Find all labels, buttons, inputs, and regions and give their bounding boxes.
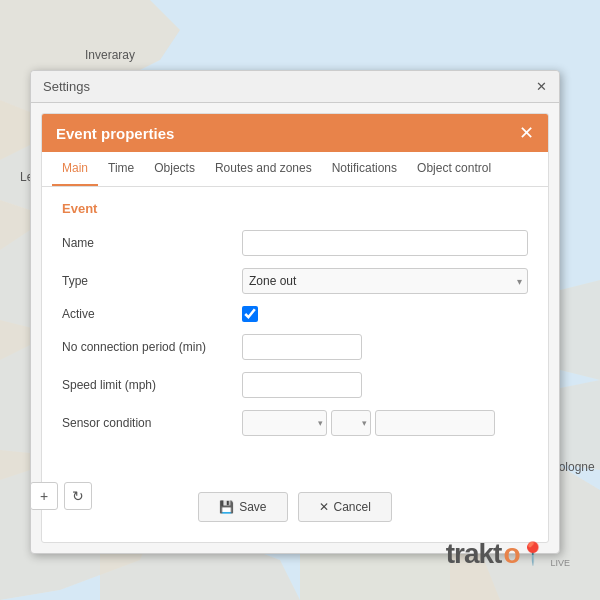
sensor-condition-label: Sensor condition bbox=[62, 416, 242, 430]
settings-close-button[interactable]: ✕ bbox=[536, 80, 547, 93]
tab-object-control[interactable]: Object control bbox=[407, 152, 501, 186]
active-row: Active bbox=[62, 306, 528, 322]
event-header: Event properties ✕ bbox=[42, 114, 548, 152]
type-select-wrapper: Zone out Zone in Speed Connection bbox=[242, 268, 528, 294]
tab-routes-zones[interactable]: Routes and zones bbox=[205, 152, 322, 186]
cancel-icon: ✕ bbox=[319, 500, 329, 514]
sensor-type-select[interactable] bbox=[242, 410, 327, 436]
event-close-button[interactable]: ✕ bbox=[519, 124, 534, 142]
type-label: Type bbox=[62, 274, 242, 288]
settings-title: Settings bbox=[43, 79, 90, 94]
speed-limit-input[interactable] bbox=[242, 372, 362, 398]
sensor-value-input[interactable] bbox=[375, 410, 495, 436]
name-row: Name bbox=[62, 230, 528, 256]
sensor-condition-select[interactable] bbox=[331, 410, 371, 436]
event-properties-panel: Event properties ✕ Main Time Objects Rou… bbox=[41, 113, 549, 543]
event-properties-title: Event properties bbox=[56, 125, 174, 142]
type-row: Type Zone out Zone in Speed Connection bbox=[62, 268, 528, 294]
bottom-toolbar: + ↻ bbox=[30, 482, 92, 510]
tabs-container: Main Time Objects Routes and zones Notif… bbox=[42, 152, 548, 187]
sensor-condition-row: Sensor condition ▾ ▾ bbox=[62, 410, 528, 436]
tab-objects[interactable]: Objects bbox=[144, 152, 205, 186]
section-event-label: Event bbox=[62, 201, 528, 216]
tab-main[interactable]: Main bbox=[52, 152, 98, 186]
map-label-inveraray: Inveraray bbox=[85, 48, 135, 62]
tab-notifications[interactable]: Notifications bbox=[322, 152, 407, 186]
refresh-button[interactable]: ↻ bbox=[64, 482, 92, 510]
sensor-inputs: ▾ ▾ bbox=[242, 410, 495, 436]
settings-header: Settings ✕ bbox=[31, 71, 559, 103]
logo-text-o: o bbox=[503, 538, 519, 570]
logo-live-label: LIVE bbox=[550, 558, 570, 568]
no-connection-row: No connection period (min) bbox=[62, 334, 528, 360]
active-checkbox[interactable] bbox=[242, 306, 258, 322]
speed-limit-row: Speed limit (mph) bbox=[62, 372, 528, 398]
cancel-button[interactable]: ✕ Cancel bbox=[298, 492, 392, 522]
logo-text-trakt: trakt bbox=[446, 538, 502, 570]
save-label: Save bbox=[239, 500, 266, 514]
save-icon: 💾 bbox=[219, 500, 234, 514]
add-button[interactable]: + bbox=[30, 482, 58, 510]
logo: trakto 📍 LIVE bbox=[446, 538, 570, 570]
no-connection-input[interactable] bbox=[242, 334, 362, 360]
type-select[interactable]: Zone out Zone in Speed Connection bbox=[242, 268, 528, 294]
logo-pin-icon: 📍 bbox=[519, 541, 546, 567]
active-label: Active bbox=[62, 307, 242, 321]
name-input[interactable] bbox=[242, 230, 528, 256]
tab-time[interactable]: Time bbox=[98, 152, 144, 186]
form-footer: 💾 Save ✕ Cancel bbox=[42, 462, 548, 542]
cancel-label: Cancel bbox=[334, 500, 371, 514]
no-connection-label: No connection period (min) bbox=[62, 340, 242, 354]
name-label: Name bbox=[62, 236, 242, 250]
settings-panel: Settings ✕ Event properties ✕ Main Time … bbox=[30, 70, 560, 554]
speed-limit-label: Speed limit (mph) bbox=[62, 378, 242, 392]
form-content: Event Name Type Zone out Zone in Speed C… bbox=[42, 187, 548, 462]
save-button[interactable]: 💾 Save bbox=[198, 492, 287, 522]
